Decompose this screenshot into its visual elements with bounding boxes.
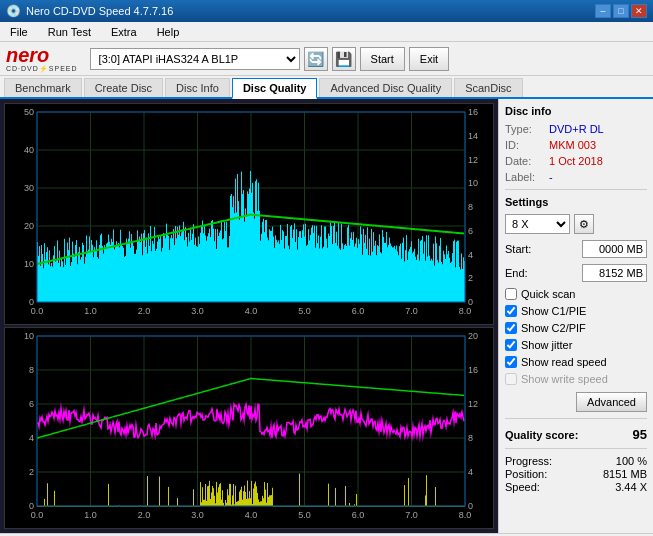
show-c2pif-label: Show C2/PIF xyxy=(521,322,586,334)
refresh-icon-button[interactable]: 🔄 xyxy=(304,47,328,71)
show-write-speed-checkbox xyxy=(505,373,517,385)
show-write-speed-row: Show write speed xyxy=(505,373,647,385)
title-bar: 💿 Nero CD-DVD Speed 4.7.7.16 – □ ✕ xyxy=(0,0,653,22)
bottom-chart xyxy=(4,327,494,529)
tab-create-disc[interactable]: Create Disc xyxy=(84,78,163,97)
disc-type-label: Type: xyxy=(505,123,545,135)
disc-date-value: 1 Oct 2018 xyxy=(549,155,603,167)
disc-label-row: Label: - xyxy=(505,171,647,183)
tab-disc-info[interactable]: Disc Info xyxy=(165,78,230,97)
speed-label: Speed: xyxy=(505,481,540,493)
title-bar-left: 💿 Nero CD-DVD Speed 4.7.7.16 xyxy=(6,4,173,18)
progress-row: Progress: 100 % xyxy=(505,455,647,467)
disc-date-row: Date: 1 Oct 2018 xyxy=(505,155,647,167)
minimize-button[interactable]: – xyxy=(595,4,611,18)
divider-1 xyxy=(505,189,647,190)
nero-logo: nero CD·DVD⚡SPEED xyxy=(6,45,78,72)
disc-id-value: MKM 003 xyxy=(549,139,596,151)
menu-extra[interactable]: Extra xyxy=(105,24,143,40)
window-controls: – □ ✕ xyxy=(595,4,647,18)
speed-row: Speed: 3.44 X xyxy=(505,481,647,493)
main-content: Disc info Type: DVD+R DL ID: MKM 003 Dat… xyxy=(0,99,653,533)
chart-area xyxy=(0,99,498,533)
speed-settings-row: 8 X Max 1 X 2 X 4 X 16 X ⚙ xyxy=(505,214,647,234)
quality-score-label: Quality score: xyxy=(505,429,578,441)
settings-title: Settings xyxy=(505,196,647,208)
menu-run-test[interactable]: Run Test xyxy=(42,24,97,40)
toolbar: nero CD·DVD⚡SPEED [3:0] ATAPI iHAS324 A … xyxy=(0,42,653,76)
start-mb-row: Start: xyxy=(505,240,647,258)
app-icon: 💿 xyxy=(6,4,21,18)
save-icon-button[interactable]: 💾 xyxy=(332,47,356,71)
show-write-speed-label: Show write speed xyxy=(521,373,608,385)
disc-type-value: DVD+R DL xyxy=(549,123,604,135)
progress-label: Progress: xyxy=(505,455,552,467)
speed-value: 3.44 X xyxy=(615,481,647,493)
show-jitter-label: Show jitter xyxy=(521,339,572,351)
progress-value: 100 % xyxy=(616,455,647,467)
tab-scan-disc[interactable]: ScanDisc xyxy=(454,78,522,97)
show-c1pie-label: Show C1/PIE xyxy=(521,305,586,317)
disc-type-row: Type: DVD+R DL xyxy=(505,123,647,135)
drive-selector[interactable]: [3:0] ATAPI iHAS324 A BL1P xyxy=(90,48,300,70)
show-jitter-checkbox[interactable] xyxy=(505,339,517,351)
show-read-speed-label: Show read speed xyxy=(521,356,607,368)
speed-selector[interactable]: 8 X Max 1 X 2 X 4 X 16 X xyxy=(505,214,570,234)
show-c1pie-row[interactable]: Show C1/PIE xyxy=(505,305,647,317)
divider-2 xyxy=(505,418,647,419)
tab-benchmark[interactable]: Benchmark xyxy=(4,78,82,97)
settings-icon-button[interactable]: ⚙ xyxy=(574,214,594,234)
quality-score-row: Quality score: 95 xyxy=(505,427,647,442)
show-read-speed-checkbox[interactable] xyxy=(505,356,517,368)
start-mb-input[interactable] xyxy=(582,240,647,258)
menu-help[interactable]: Help xyxy=(151,24,186,40)
advanced-button[interactable]: Advanced xyxy=(576,392,647,412)
position-value: 8151 MB xyxy=(603,468,647,480)
show-c2pif-row[interactable]: Show C2/PIF xyxy=(505,322,647,334)
right-panel: Disc info Type: DVD+R DL ID: MKM 003 Dat… xyxy=(498,99,653,533)
disc-id-label: ID: xyxy=(505,139,545,151)
show-jitter-row[interactable]: Show jitter xyxy=(505,339,647,351)
show-c1pie-checkbox[interactable] xyxy=(505,305,517,317)
end-mb-row: End: xyxy=(505,264,647,282)
end-mb-input[interactable] xyxy=(582,264,647,282)
exit-button[interactable]: Exit xyxy=(409,47,449,71)
menu-file[interactable]: File xyxy=(4,24,34,40)
disc-info-title: Disc info xyxy=(505,105,647,117)
progress-section: Progress: 100 % Position: 8151 MB Speed:… xyxy=(505,455,647,494)
position-row: Position: 8151 MB xyxy=(505,468,647,480)
quick-scan-row[interactable]: Quick scan xyxy=(505,288,647,300)
disc-date-label: Date: xyxy=(505,155,545,167)
disc-label-value: - xyxy=(549,171,553,183)
quick-scan-checkbox[interactable] xyxy=(505,288,517,300)
start-button[interactable]: Start xyxy=(360,47,405,71)
disc-id-row: ID: MKM 003 xyxy=(505,139,647,151)
tab-bar: Benchmark Create Disc Disc Info Disc Qua… xyxy=(0,76,653,99)
end-mb-label: End: xyxy=(505,267,528,279)
show-read-speed-row[interactable]: Show read speed xyxy=(505,356,647,368)
tab-disc-quality[interactable]: Disc Quality xyxy=(232,78,318,99)
start-mb-label: Start: xyxy=(505,243,531,255)
top-chart xyxy=(4,103,494,325)
window-title: Nero CD-DVD Speed 4.7.7.16 xyxy=(26,5,173,17)
divider-3 xyxy=(505,448,647,449)
menu-bar: File Run Test Extra Help xyxy=(0,22,653,42)
maximize-button[interactable]: □ xyxy=(613,4,629,18)
disc-label-label: Label: xyxy=(505,171,545,183)
quality-score-value: 95 xyxy=(633,427,647,442)
close-button[interactable]: ✕ xyxy=(631,4,647,18)
position-label: Position: xyxy=(505,468,547,480)
tab-advanced-disc-quality[interactable]: Advanced Disc Quality xyxy=(319,78,452,97)
quick-scan-label: Quick scan xyxy=(521,288,575,300)
show-c2pif-checkbox[interactable] xyxy=(505,322,517,334)
